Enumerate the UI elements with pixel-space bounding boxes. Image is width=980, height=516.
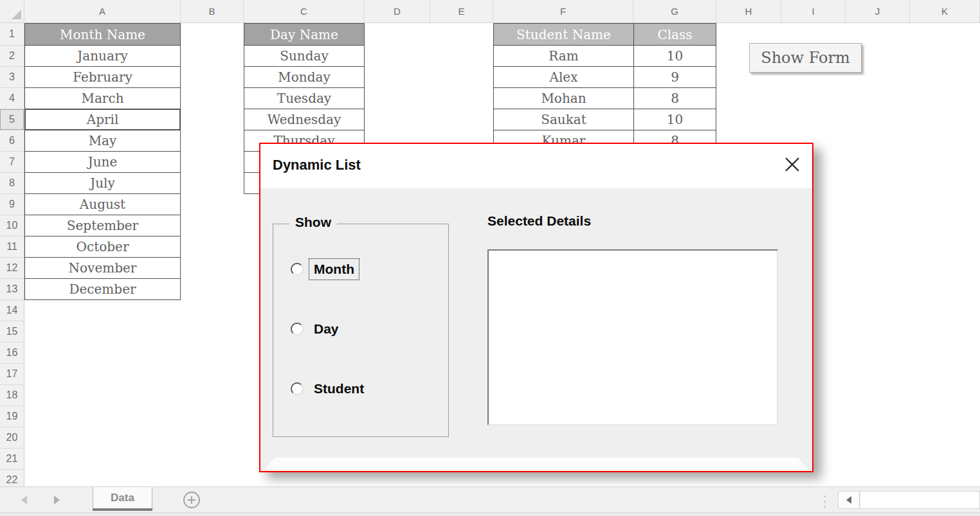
cell[interactable]: 8 xyxy=(633,88,716,109)
cell[interactable]: Sunday xyxy=(244,46,365,67)
selected-details-listbox[interactable] xyxy=(487,249,778,425)
cell[interactable]: September xyxy=(24,215,181,236)
add-sheet-icon[interactable] xyxy=(183,491,201,509)
cell[interactable]: February xyxy=(24,67,181,88)
status-bar xyxy=(0,512,980,516)
radio-option-day: Day xyxy=(291,314,343,344)
cell[interactable]: March xyxy=(24,88,181,109)
row-header-12[interactable]: 12 xyxy=(0,258,24,279)
column-header-B[interactable]: B xyxy=(181,0,244,22)
cell[interactable]: July xyxy=(24,173,181,194)
column-header-I[interactable]: I xyxy=(781,0,846,22)
radio-button-day[interactable] xyxy=(291,323,304,335)
sheet-tab-bar: Data xyxy=(0,486,980,512)
table-row: Ram10 xyxy=(493,46,716,67)
tab-scroll-separator[interactable] xyxy=(824,495,826,511)
prev-sheet-icon[interactable] xyxy=(21,495,27,504)
show-group-label: Show xyxy=(289,215,337,230)
sheet-tab-data[interactable]: Data xyxy=(93,487,152,508)
class-header: Class xyxy=(633,23,716,46)
cell[interactable]: November xyxy=(24,258,181,279)
cell[interactable]: Saukat xyxy=(493,109,633,130)
row-header-10[interactable]: 10 xyxy=(0,215,24,236)
select-all-corner[interactable] xyxy=(0,0,24,22)
row-header-7[interactable]: 7 xyxy=(0,152,24,173)
cell[interactable]: Mohan xyxy=(493,88,633,109)
close-icon[interactable] xyxy=(782,154,803,175)
cell[interactable]: Tuesday xyxy=(244,88,365,109)
radio-label[interactable]: Student xyxy=(309,378,368,399)
row-header-21[interactable]: 21 xyxy=(0,449,24,470)
row-header-2[interactable]: 2 xyxy=(0,46,24,67)
radio-option-student: Student xyxy=(291,373,368,404)
row-header-20[interactable]: 20 xyxy=(0,427,24,449)
radio-label[interactable]: Month xyxy=(309,259,359,280)
row-header-16[interactable]: 16 xyxy=(0,343,24,364)
column-header-J[interactable]: J xyxy=(846,0,910,22)
cell[interactable]: January xyxy=(24,46,181,67)
row-header-11[interactable]: 11 xyxy=(0,236,24,258)
table-row: Alex9 xyxy=(493,67,716,88)
row-header-4[interactable]: 4 xyxy=(0,88,24,109)
radio-label[interactable]: Day xyxy=(309,319,343,339)
radio-button-month[interactable] xyxy=(291,263,304,276)
active-tab-underline xyxy=(93,508,152,511)
month-table: Month NameJanuaryFebruaryMarchAprilMayJu… xyxy=(24,23,181,300)
cell[interactable]: Wednesday xyxy=(244,109,365,130)
cell[interactable]: May xyxy=(24,130,181,152)
cell[interactable]: 10 xyxy=(633,46,716,67)
column-header-F[interactable]: F xyxy=(493,0,633,22)
row-header-6[interactable]: 6 xyxy=(0,130,24,152)
scroll-left-icon[interactable] xyxy=(839,492,860,508)
student-header-row: Student NameClass xyxy=(493,23,716,46)
selected-details-label: Selected Details xyxy=(487,213,591,229)
table-row: Mohan8 xyxy=(493,88,716,109)
cell[interactable]: Monday xyxy=(244,67,365,88)
cell[interactable]: April xyxy=(24,109,181,130)
row-header-3[interactable]: 3 xyxy=(0,67,24,88)
cell[interactable]: October xyxy=(24,236,181,258)
row-header-19[interactable]: 19 xyxy=(0,406,24,427)
radio-option-month: Month xyxy=(291,254,359,285)
row-header-15[interactable]: 15 xyxy=(0,321,24,343)
dialog-bottom-bevel xyxy=(264,458,808,470)
column-header-K[interactable]: K xyxy=(910,0,980,22)
table-row: Saukat10 xyxy=(493,109,716,130)
column-header-H[interactable]: H xyxy=(716,0,781,22)
column-header-D[interactable]: D xyxy=(365,0,430,22)
row-header-18[interactable]: 18 xyxy=(0,385,24,406)
row-header-13[interactable]: 13 xyxy=(0,279,24,300)
row-headers: 12345678910111213141516171819202122 xyxy=(0,23,24,491)
student-name-header: Student Name xyxy=(493,23,633,46)
student-table: Student NameClassRam10Alex9Mohan8Saukat1… xyxy=(493,23,716,152)
row-header-14[interactable]: 14 xyxy=(0,300,24,321)
dialog-title: Dynamic List xyxy=(273,157,361,173)
show-form-button[interactable]: Show Form xyxy=(749,43,862,73)
cell[interactable]: June xyxy=(24,152,181,173)
month-table-header: Month Name xyxy=(24,23,181,46)
cell[interactable]: August xyxy=(24,194,181,215)
cell[interactable]: December xyxy=(24,279,181,300)
dynamic-list-dialog: Dynamic List Show MonthDayStudent Select… xyxy=(259,143,813,472)
cell[interactable]: Ram xyxy=(493,46,633,67)
row-header-1[interactable]: 1 xyxy=(0,23,24,46)
column-header-G[interactable]: G xyxy=(633,0,716,22)
column-header-C[interactable]: C xyxy=(244,0,365,22)
cell[interactable]: 9 xyxy=(633,67,716,88)
select-all-triangle-icon xyxy=(12,10,21,19)
row-header-9[interactable]: 9 xyxy=(0,194,24,215)
day-table-header: Day Name xyxy=(244,23,365,46)
cell[interactable]: Alex xyxy=(493,67,633,88)
row-header-17[interactable]: 17 xyxy=(0,364,24,385)
scrollbar-thumb[interactable] xyxy=(860,492,979,508)
next-sheet-icon[interactable] xyxy=(54,495,60,504)
column-header-A[interactable]: A xyxy=(24,0,181,22)
column-headers: ABCDEFGHIJK xyxy=(0,0,980,23)
cell[interactable]: 10 xyxy=(633,109,716,130)
column-header-E[interactable]: E xyxy=(430,0,493,22)
row-header-8[interactable]: 8 xyxy=(0,173,24,194)
row-header-5[interactable]: 5 xyxy=(0,109,24,130)
horizontal-scrollbar xyxy=(838,491,980,509)
radio-button-student[interactable] xyxy=(291,382,304,395)
